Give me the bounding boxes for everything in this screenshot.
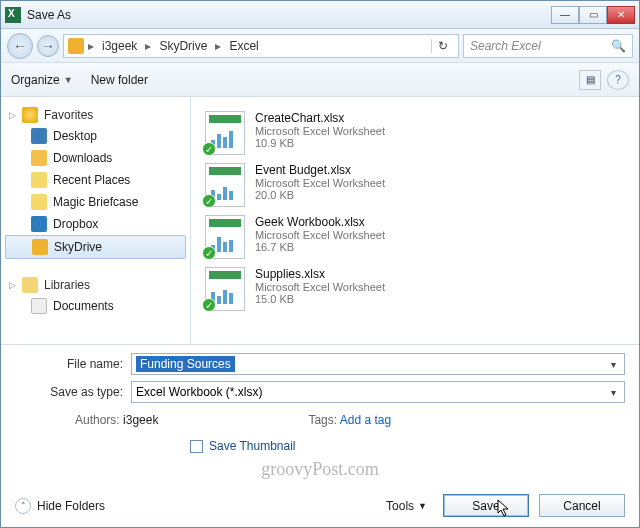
excel-file-icon: ✓ [205,267,245,311]
documents-icon [31,298,47,314]
sidebar-item-magic-briefcase[interactable]: Magic Briefcase [1,191,190,213]
save-thumbnail-label[interactable]: Save Thumbnail [209,439,296,453]
chevron-right-icon: ▸ [88,39,94,53]
folder-icon [68,38,84,54]
breadcrumb-segment[interactable]: i3geek [98,39,141,53]
save-form: File name: Funding Sources ▾ Save as typ… [1,344,639,527]
new-folder-button[interactable]: New folder [91,73,148,87]
cancel-button[interactable]: Cancel [539,494,625,517]
chevron-down-icon[interactable]: ▾ [607,387,620,398]
chevron-right-icon: ▸ [145,39,151,53]
help-button[interactable]: ? [607,70,629,90]
desktop-icon [31,128,47,144]
downloads-icon [31,150,47,166]
sync-check-icon: ✓ [202,298,216,312]
nav-back-button[interactable]: ← [7,33,33,59]
sidebar-group-favorites[interactable]: ▷ Favorites [1,105,190,125]
excel-app-icon [5,7,21,23]
sidebar-item-recent-places[interactable]: Recent Places [1,169,190,191]
authors-label: Authors: [75,413,120,427]
star-icon [22,107,38,123]
titlebar: Save As — ▭ ✕ [1,1,639,29]
chevron-down-icon[interactable]: ▾ [607,359,620,370]
skydrive-icon [32,239,48,255]
search-icon: 🔍 [611,39,626,53]
breadcrumb-segment[interactable]: Excel [225,39,262,53]
file-list[interactable]: ✓ CreateChart.xlsxMicrosoft Excel Worksh… [191,97,639,344]
authors-value[interactable]: i3geek [123,413,158,427]
hide-folders-button[interactable]: ˄ Hide Folders [15,498,105,514]
breadcrumb[interactable]: ▸ i3geek ▸ SkyDrive ▸ Excel ↻ [63,34,459,58]
libraries-icon [22,277,38,293]
excel-file-icon: ✓ [205,163,245,207]
chevron-down-icon: ▼ [64,75,73,85]
tags-label: Tags: [308,413,337,427]
chevron-down-icon: ▼ [418,501,427,511]
file-item[interactable]: ✓ Geek Workbook.xlsxMicrosoft Excel Work… [199,211,631,263]
chevron-up-icon: ˄ [15,498,31,514]
maximize-button[interactable]: ▭ [579,6,607,24]
saveastype-label: Save as type: [15,385,123,399]
excel-file-icon: ✓ [205,215,245,259]
save-button[interactable]: Save [443,494,529,517]
recent-icon [31,172,47,188]
search-placeholder: Search Excel [470,39,541,53]
briefcase-icon [31,194,47,210]
dialog-title: Save As [27,8,551,22]
toolbar: Organize ▼ New folder ▤ ? [1,63,639,97]
tags-value[interactable]: Add a tag [340,413,391,427]
watermark: groovyPost.com [15,459,625,480]
sidebar-item-downloads[interactable]: Downloads [1,147,190,169]
dropbox-icon [31,216,47,232]
view-options-button[interactable]: ▤ [579,70,601,90]
address-bar: ← → ▸ i3geek ▸ SkyDrive ▸ Excel ↻ Search… [1,29,639,63]
file-item[interactable]: ✓ Supplies.xlsxMicrosoft Excel Worksheet… [199,263,631,315]
filename-label: File name: [15,357,123,371]
refresh-button[interactable]: ↻ [431,39,454,53]
sidebar-item-desktop[interactable]: Desktop [1,125,190,147]
tools-button[interactable]: Tools ▼ [380,499,433,513]
sidebar-group-libraries[interactable]: ▷ Libraries [1,275,190,295]
sidebar: ▷ Favorites Desktop Downloads Recent Pla… [1,97,191,344]
file-item[interactable]: ✓ CreateChart.xlsxMicrosoft Excel Worksh… [199,107,631,159]
disclosure-icon: ▷ [9,110,16,120]
organize-button[interactable]: Organize ▼ [11,73,73,87]
sidebar-item-skydrive[interactable]: SkyDrive [5,235,186,259]
saveastype-select[interactable]: Excel Workbook (*.xlsx) ▾ [131,381,625,403]
minimize-button[interactable]: — [551,6,579,24]
disclosure-icon: ▷ [9,280,16,290]
search-input[interactable]: Search Excel 🔍 [463,34,633,58]
save-thumbnail-checkbox[interactable] [190,440,203,453]
close-button[interactable]: ✕ [607,6,635,24]
breadcrumb-segment[interactable]: SkyDrive [155,39,211,53]
file-item[interactable]: ✓ Event Budget.xlsxMicrosoft Excel Works… [199,159,631,211]
filename-input[interactable]: Funding Sources ▾ [131,353,625,375]
sidebar-item-dropbox[interactable]: Dropbox [1,213,190,235]
sync-check-icon: ✓ [202,194,216,208]
sync-check-icon: ✓ [202,142,216,156]
excel-file-icon: ✓ [205,111,245,155]
nav-forward-button[interactable]: → [37,35,59,57]
sidebar-item-documents[interactable]: Documents [1,295,190,317]
sync-check-icon: ✓ [202,246,216,260]
chevron-right-icon: ▸ [215,39,221,53]
